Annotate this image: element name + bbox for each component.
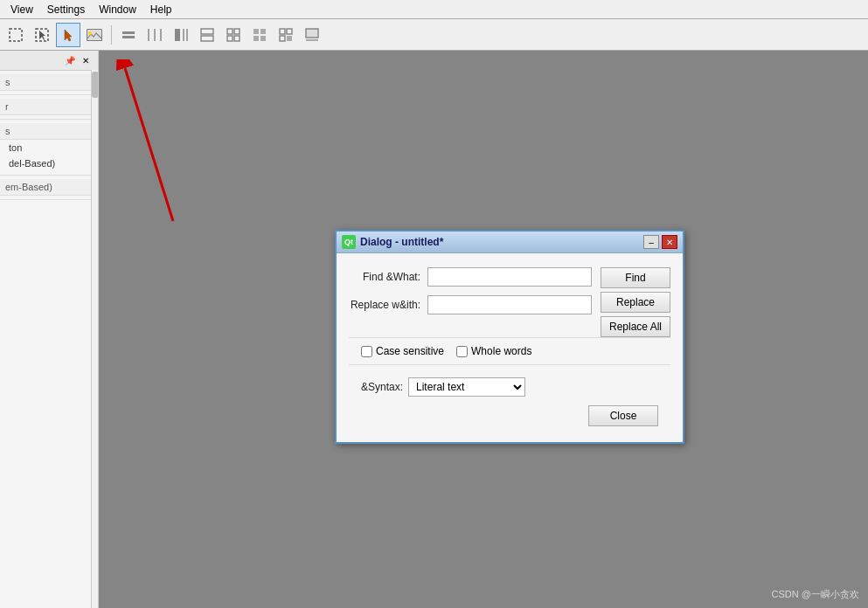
svg-rect-16 (201, 36, 213, 41)
qt-dialog-controls: – ✕ (643, 235, 677, 249)
content-area: Qt Dialog - untitled* – ✕ Find &What: (99, 51, 868, 608)
sidebar-section-title-3: s (0, 123, 98, 140)
sidebar-section-title-4: em-Based) (0, 179, 98, 196)
sidebar-item-ton[interactable]: ton (0, 140, 98, 155)
select-tool-btn[interactable] (3, 23, 28, 47)
watermark: CSDN @一瞬小贪欢 (772, 588, 859, 601)
image-tool-2[interactable] (300, 23, 324, 47)
qt-action-buttons: Find Replace Replace All (601, 267, 670, 337)
qt-whole-words-text: Whole words (471, 345, 531, 357)
svg-rect-18 (234, 29, 240, 34)
svg-marker-3 (65, 30, 72, 41)
svg-rect-28 (287, 36, 292, 41)
qt-case-sensitive-text: Case sensitive (376, 345, 444, 357)
svg-rect-17 (227, 29, 233, 34)
svg-line-32 (125, 68, 173, 221)
svg-rect-29 (306, 29, 318, 38)
svg-rect-27 (280, 36, 285, 41)
qt-bottom-row: Close (349, 398, 670, 432)
qt-syntax-row: &Syntax: Literal text Regular expression… (349, 372, 670, 398)
svg-rect-21 (253, 29, 259, 34)
qt-find-input[interactable] (427, 267, 592, 287)
svg-marker-2 (39, 31, 45, 40)
red-arrow-annotation (103, 59, 243, 234)
sidebar-section-4: em-Based) (0, 176, 98, 200)
qt-checkboxes-row: Case sensitive Whole words (349, 337, 670, 365)
svg-rect-23 (253, 36, 259, 41)
svg-rect-30 (306, 39, 318, 41)
layout-tool-2[interactable] (142, 23, 167, 47)
cursor-tool-btn[interactable] (30, 23, 54, 47)
qt-replace-label: Replace w&ith: (349, 299, 427, 311)
sidebar-section-3: s ton del-Based) (0, 120, 98, 176)
svg-rect-12 (175, 29, 180, 41)
main-area: 📌 ✕ s r s ton del-Based) em-Based) (0, 51, 868, 608)
sidebar-close-btn[interactable]: ✕ (79, 53, 93, 67)
qt-whole-words-label[interactable]: Whole words (456, 345, 531, 357)
svg-rect-20 (234, 36, 240, 41)
qt-find-label: Find &What: (349, 271, 427, 283)
image-tool-btn[interactable] (82, 23, 107, 47)
layout-tool-1[interactable] (116, 23, 141, 47)
qt-syntax-label: &Syntax: (361, 381, 403, 393)
qt-replace-input[interactable] (427, 295, 592, 314)
sidebar-header: 📌 ✕ (0, 51, 98, 71)
qt-dialog-body: Find &What: Replace w&ith: Find Replace … (337, 253, 683, 442)
svg-point-6 (88, 31, 92, 35)
grid-tool-1[interactable] (221, 23, 246, 47)
svg-rect-25 (280, 29, 285, 34)
qt-replace-row: Replace w&ith: (349, 295, 592, 314)
sidebar-scrollbar[interactable] (91, 70, 98, 608)
qt-logo: Qt (342, 235, 356, 249)
qt-case-sensitive-label[interactable]: Case sensitive (361, 345, 444, 357)
svg-rect-26 (287, 29, 292, 34)
qt-whole-words-checkbox[interactable] (456, 346, 468, 357)
toolbar-sep-1 (111, 25, 112, 45)
sidebar-pin-btn[interactable]: 📌 (63, 53, 77, 67)
menubar: View Settings Window Help (0, 0, 868, 19)
qt-syntax-select[interactable]: Literal text Regular expression Wildcard (408, 377, 525, 397)
sidebar-section-2: r (0, 95, 98, 120)
sidebar-item-del-based[interactable]: del-Based) (0, 155, 98, 171)
layout-tool-3[interactable] (169, 23, 193, 47)
svg-rect-8 (122, 36, 135, 38)
qt-form-fields: Find &What: Replace w&ith: (349, 267, 592, 337)
qt-dialog: Qt Dialog - untitled* – ✕ Find &What: (335, 230, 684, 444)
qt-close-btn[interactable]: Close (588, 405, 658, 426)
svg-rect-15 (201, 29, 213, 34)
svg-rect-19 (227, 36, 233, 41)
sidebar-scrollbar-thumb[interactable] (92, 72, 99, 98)
qt-find-row: Find &What: (349, 267, 592, 287)
qt-replace-all-btn[interactable]: Replace All (601, 316, 670, 337)
qt-dialog-titlebar: Qt Dialog - untitled* – ✕ (337, 231, 683, 253)
qt-dialog-title: Qt Dialog - untitled* (342, 235, 443, 249)
menu-settings[interactable]: Settings (40, 2, 92, 17)
svg-rect-24 (260, 36, 266, 41)
svg-rect-0 (10, 29, 22, 41)
svg-rect-22 (260, 29, 266, 34)
menu-help[interactable]: Help (143, 2, 179, 17)
dialog-minimize-btn[interactable]: – (643, 235, 659, 249)
grid-tool-3[interactable] (274, 23, 298, 47)
qt-dialog-title-text: Dialog - untitled* (360, 236, 443, 248)
qt-dialog-main-row: Find &What: Replace w&ith: Find Replace … (349, 267, 670, 337)
qt-replace-btn[interactable]: Replace (601, 292, 670, 313)
layout-tool-4[interactable] (195, 23, 219, 47)
sidebar-header-icons: 📌 ✕ (63, 53, 93, 67)
sidebar-section-title-2: r (0, 99, 98, 115)
qt-find-btn[interactable]: Find (601, 267, 670, 288)
sidebar-section-title-1: s (0, 74, 98, 91)
dialog-close-btn[interactable]: ✕ (662, 235, 677, 249)
menu-view[interactable]: View (3, 2, 40, 17)
sidebar: 📌 ✕ s r s ton del-Based) em-Based) (0, 51, 99, 608)
sidebar-section-1: s (0, 71, 98, 95)
qt-case-sensitive-checkbox[interactable] (361, 346, 372, 357)
toolbar (0, 19, 868, 51)
svg-rect-7 (122, 31, 135, 34)
pointer-tool-btn[interactable] (56, 23, 80, 47)
menu-window[interactable]: Window (92, 2, 143, 17)
grid-tool-2[interactable] (247, 23, 272, 47)
